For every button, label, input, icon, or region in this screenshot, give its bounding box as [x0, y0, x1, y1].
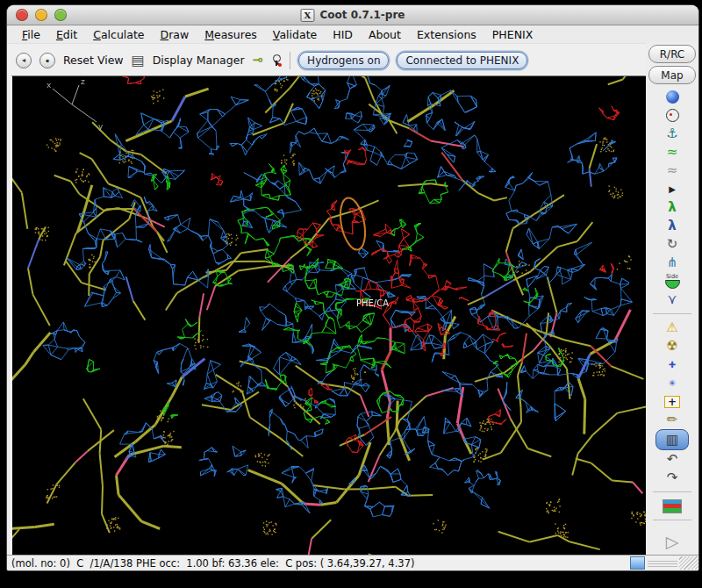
rotamers-glyph: λ: [668, 219, 677, 233]
minimize-button[interactable]: [35, 9, 47, 21]
hydrogens-toggle-button[interactable]: Hydrogens on: [298, 52, 389, 69]
warning-triangle-glyph: ⚠: [666, 321, 677, 334]
flag-icon[interactable]: [661, 497, 684, 515]
boxed-plus-glyph: +: [664, 396, 680, 408]
back-view-button[interactable]: ◂: [16, 53, 32, 68]
flip-sidechain-icon[interactable]: Side: [661, 272, 684, 290]
back-arrow-icon: ◂: [22, 57, 25, 64]
sphere-glyph: [666, 90, 679, 104]
title-area: X Coot 0.7.1-pre: [300, 9, 405, 22]
ligand-builder-icon[interactable]: [271, 54, 282, 67]
paintbrush-glyph: ✏: [667, 413, 678, 427]
recentre-view-button[interactable]: ▪: [39, 53, 55, 68]
fix-atoms-anchor-icon[interactable]: ⚓: [661, 125, 684, 143]
menu-about[interactable]: About: [361, 27, 409, 42]
rotamers-icon[interactable]: λ: [661, 217, 684, 235]
fix-atoms-anchor-glyph: ⚓: [666, 127, 677, 140]
run-script-icon[interactable]: ▷: [661, 533, 684, 551]
edit-chi-angles-icon[interactable]: ↻: [661, 235, 684, 254]
menu-bar: FileEditCalculateDrawMeasuresValidateHID…: [7, 25, 698, 44]
add-atom-glyph: ✚: [669, 361, 676, 369]
flag-glyph: [663, 499, 682, 513]
torsion-general-glyph: ⋔: [667, 256, 678, 269]
map-button[interactable]: Map: [648, 66, 696, 84]
add-alt-conf-icon[interactable]: ✳: [661, 374, 684, 392]
menu-validate[interactable]: Validate: [265, 27, 325, 42]
toolbar: ◂ ▪ Reset View ▤ Display Manager ⊸ Hydro…: [7, 44, 698, 76]
display-manager-button[interactable]: Display Manager: [153, 54, 245, 67]
traffic-lights: [16, 9, 67, 21]
scene-canvas[interactable]: [12, 76, 646, 555]
menu-phenix[interactable]: PHENIX: [484, 27, 541, 42]
toolbar-separator: [653, 313, 691, 314]
arrow-ball-icon[interactable]: ⊸: [253, 54, 264, 67]
rotate-fragment-glyph: ⋎: [668, 293, 677, 306]
rigid-body-fit-glyph: ≈: [667, 146, 678, 159]
display-manager-icon[interactable]: ▤: [132, 54, 145, 68]
menu-file[interactable]: File: [14, 27, 48, 42]
add-atom-icon[interactable]: ✚: [661, 355, 684, 374]
resize-grip[interactable]: [679, 556, 698, 570]
add-alt-conf-glyph: ✳: [669, 379, 676, 388]
right-panel: R/RC Map ⚓≈≈▶λλ↻⋔Side⋎⚠☢✚✳+✏▥↶↷▷: [646, 42, 698, 555]
add-residue-icon[interactable]: +: [661, 392, 684, 411]
circle-glyph: [666, 109, 679, 122]
radiation-refine-glyph: ☢: [666, 340, 677, 353]
scrollbar-track[interactable]: [648, 559, 677, 568]
coot-window: X Coot 0.7.1-pre FileEditCalculateDrawMe…: [7, 5, 698, 570]
expander-arrow-icon[interactable]: ▶: [661, 180, 684, 198]
close-button[interactable]: [16, 9, 28, 21]
toolbar-separator: [653, 491, 691, 492]
rot-trans-zone-icon[interactable]: ≈: [661, 161, 684, 180]
menu-measures[interactable]: Measures: [197, 27, 265, 42]
paintbrush-icon[interactable]: ✏: [661, 411, 684, 429]
delete-item-glyph: ▥: [666, 434, 678, 447]
undo-icon[interactable]: ↶: [661, 450, 684, 469]
reset-view-button[interactable]: Reset View: [63, 54, 124, 67]
x11-app-icon: X: [300, 9, 314, 22]
auto-fit-rotamer-icon[interactable]: λ: [661, 198, 684, 217]
menu-hid[interactable]: HID: [325, 27, 361, 42]
oxygen-dot: [278, 63, 282, 67]
rotate-fragment-icon[interactable]: ⋎: [661, 290, 684, 309]
menu-edit[interactable]: Edit: [48, 27, 85, 42]
side-glyph: Side: [665, 274, 680, 289]
auto-fit-rotamer-glyph: λ: [668, 201, 677, 214]
delete-item-icon[interactable]: ▥: [655, 429, 689, 450]
torsion-general-icon[interactable]: ⋔: [661, 254, 684, 272]
status-text: (mol. no: 0) C /1/A/138 PHE occ: 1.00 bf…: [11, 557, 630, 570]
toolbar-separator: [653, 520, 691, 520]
redo-icon[interactable]: ↷: [661, 469, 684, 487]
model-toolbar: ⚓≈≈▶λλ↻⋔Side⋎⚠☢✚✳+✏▥↶↷▷: [646, 88, 698, 555]
menu-draw[interactable]: Draw: [153, 27, 197, 42]
title-bar[interactable]: X Coot 0.7.1-pre: [7, 5, 698, 25]
radiation-refine-icon[interactable]: ☢: [661, 337, 684, 355]
rot-trans-zone-glyph: ≈: [667, 164, 678, 177]
warning-triangle-icon[interactable]: ⚠: [661, 319, 684, 337]
rrc-button[interactable]: R/RC: [648, 45, 696, 63]
expander-arrow-glyph: ▶: [669, 185, 676, 194]
toolbar-separator: [290, 52, 290, 69]
scrollbar-thumb[interactable]: [630, 556, 645, 570]
menu-calculate[interactable]: Calculate: [85, 27, 152, 42]
recentre-icon[interactable]: [661, 106, 684, 125]
zoom-button[interactable]: [54, 9, 67, 21]
view-sphere-icon[interactable]: [661, 88, 684, 106]
status-bar: (mol. no: 0) C /1/A/138 PHE occ: 1.00 bf…: [7, 555, 698, 570]
edit-chi-angles-glyph: ↻: [667, 238, 678, 251]
window-title: Coot 0.7.1-pre: [319, 9, 405, 21]
menu-extensions[interactable]: Extensions: [409, 27, 484, 42]
redo-glyph: ↷: [667, 471, 678, 484]
target-icon: ▪: [46, 58, 49, 63]
rigid-body-fit-icon[interactable]: ≈: [661, 143, 684, 161]
phenix-connection-button[interactable]: Connected to PHENIX: [397, 52, 527, 69]
graphics-viewport[interactable]: [11, 75, 646, 555]
undo-glyph: ↶: [667, 453, 678, 466]
